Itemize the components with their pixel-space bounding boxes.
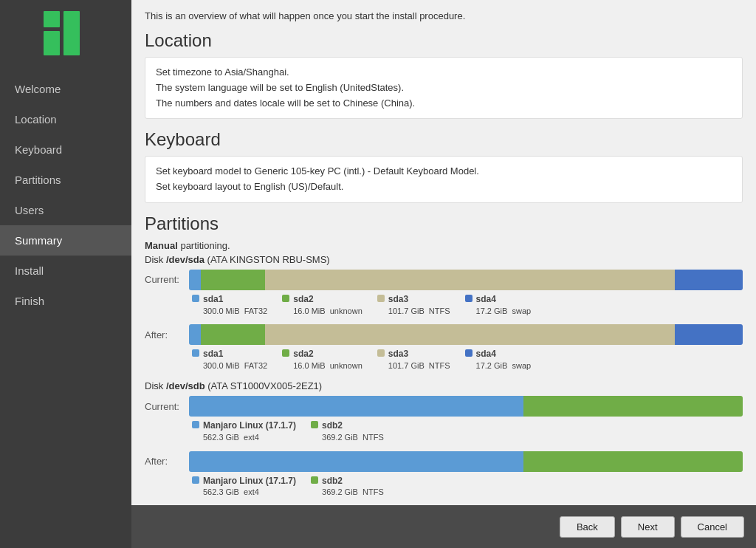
sda3-name: sda3 bbox=[388, 293, 450, 306]
disk-sdb-path: /dev/sdb bbox=[166, 380, 205, 391]
sidebar-item-location[interactable]: Location bbox=[0, 104, 131, 134]
disk-sdb-desc: (ATA ST1000VX005-2EZ1) bbox=[207, 380, 322, 391]
sda4-dot bbox=[465, 295, 472, 302]
sda1-dot bbox=[192, 295, 199, 302]
sda4-size: 17.2 GiB swap bbox=[476, 306, 532, 317]
sdb2-size: 369.2 GiB NTFS bbox=[322, 432, 384, 443]
main-panel: This is an overview of what will happen … bbox=[131, 0, 756, 548]
sdb2-dot bbox=[311, 421, 318, 428]
svg-rect-1 bbox=[44, 31, 60, 55]
sda2-after-segment bbox=[201, 324, 265, 345]
footer: Back Next Cancel bbox=[131, 505, 756, 548]
sda-after-legend: sda1 300.0 MiB FAT32 sda2 16.0 MiB unkno… bbox=[192, 348, 743, 373]
legend-sdb2: sdb2 369.2 GiB NTFS bbox=[311, 419, 384, 443]
logo bbox=[0, 0, 131, 66]
location-info-box: Set timezone to Asia/Shanghai. The syste… bbox=[145, 57, 743, 119]
sda4-current-segment bbox=[675, 270, 743, 290]
sdb-current-row: Current: bbox=[145, 396, 743, 417]
sda-after-row: After: bbox=[145, 324, 743, 345]
legend-sda2: sda2 16.0 MiB unknown bbox=[282, 293, 362, 317]
sidebar-item-partitions[interactable]: Partitions bbox=[0, 165, 131, 195]
sda2-name: sda2 bbox=[293, 293, 362, 306]
sda2-current-segment bbox=[201, 270, 265, 290]
sdb2-name: sdb2 bbox=[322, 419, 384, 432]
keyboard-info-box: Set keyboard model to Generic 105-key PC… bbox=[145, 156, 743, 203]
sda-current-legend: sda1 300.0 MiB FAT32 sda2 16.0 MiB unkno… bbox=[192, 293, 743, 318]
sda4-after-name: sda4 bbox=[476, 348, 532, 360]
legend-sda1: sda1 300.0 MiB FAT32 bbox=[192, 293, 267, 317]
legend-sdb2-after: sdb2 369.2 GiB NTFS bbox=[311, 475, 384, 499]
sdb2-after-name: sdb2 bbox=[322, 475, 384, 487]
sda-after-label: After: bbox=[145, 329, 189, 340]
sda3-after-dot bbox=[377, 349, 385, 357]
sda2-after-size: 16.0 MiB unknown bbox=[293, 360, 362, 371]
legend-sda3: sda3 101.7 GiB NTFS bbox=[377, 293, 450, 317]
cancel-button[interactable]: Cancel bbox=[681, 516, 744, 538]
back-button[interactable]: Back bbox=[560, 516, 615, 538]
sidebar-nav: Welcome Location Keyboard Partitions Use… bbox=[0, 74, 131, 316]
location-line1: Set timezone to Asia/Shanghai. bbox=[156, 65, 732, 81]
keyboard-line1: Set keyboard model to Generic 105-key PC… bbox=[156, 164, 732, 179]
sda1-after-dot bbox=[192, 349, 199, 357]
sdb-after-bar bbox=[189, 451, 743, 472]
sda4-after-size: 17.2 GiB swap bbox=[476, 360, 532, 371]
sdb-after-row: After: bbox=[145, 451, 743, 472]
sda4-name: sda4 bbox=[476, 293, 532, 306]
sidebar-item-welcome[interactable]: Welcome bbox=[0, 74, 131, 104]
sidebar-item-finish[interactable]: Finish bbox=[0, 286, 131, 316]
content-area: This is an overview of what will happen … bbox=[131, 0, 756, 505]
sda3-after-name: sda3 bbox=[388, 348, 450, 360]
location-line2: The system language will be set to Engli… bbox=[156, 81, 732, 96]
sda-after-bar bbox=[189, 324, 743, 345]
sidebar-item-keyboard[interactable]: Keyboard bbox=[0, 134, 131, 165]
sdb2-current-segment bbox=[523, 396, 743, 417]
sda1-current-segment bbox=[189, 270, 201, 290]
sda-current-bar bbox=[189, 270, 743, 290]
sdb2-after-size: 369.2 GiB NTFS bbox=[322, 487, 384, 498]
svg-rect-0 bbox=[44, 11, 60, 27]
sdb1-after-size: 562.3 GiB ext4 bbox=[203, 487, 296, 498]
sdb1-after-name: Manjaro Linux (17.1.7) bbox=[203, 475, 296, 487]
partitions-method-suffix: partitioning. bbox=[178, 240, 230, 251]
svg-rect-2 bbox=[63, 11, 80, 55]
manjaro-logo-icon bbox=[40, 7, 92, 59]
legend-sda3-after: sda3 101.7 GiB NTFS bbox=[377, 348, 450, 371]
keyboard-line2: Set keyboard layout to English (US)/Defa… bbox=[156, 179, 732, 195]
sdb1-name: Manjaro Linux (17.1.7) bbox=[203, 419, 296, 432]
disk-sda-label: Disk /dev/sda (ATA KINGSTON RBU-SMS) bbox=[145, 254, 743, 265]
sdb-current-bar bbox=[189, 396, 743, 417]
sdb-after-legend: Manjaro Linux (17.1.7) 562.3 GiB ext4 sd… bbox=[192, 475, 743, 500]
sda1-size: 300.0 MiB FAT32 bbox=[203, 306, 267, 317]
sda2-dot bbox=[282, 295, 289, 302]
legend-sdb1-after: Manjaro Linux (17.1.7) 562.3 GiB ext4 bbox=[192, 475, 296, 499]
next-button[interactable]: Next bbox=[621, 516, 675, 538]
sdb1-size: 562.3 GiB ext4 bbox=[203, 432, 296, 443]
location-title: Location bbox=[145, 30, 743, 51]
partitions-method: Manual partitioning. bbox=[145, 240, 743, 251]
partitions-method-label: Manual bbox=[145, 240, 178, 251]
sda-current-label: Current: bbox=[145, 274, 189, 285]
sdb1-after-segment bbox=[189, 451, 523, 472]
sidebar-item-summary[interactable]: Summary bbox=[0, 225, 131, 256]
legend-sda4-after: sda4 17.2 GiB swap bbox=[465, 348, 532, 371]
sda1-name: sda1 bbox=[203, 293, 267, 306]
sdb-after-label: After: bbox=[145, 456, 189, 467]
sda2-size: 16.0 MiB unknown bbox=[293, 306, 362, 317]
sidebar-item-users[interactable]: Users bbox=[0, 195, 131, 225]
intro-text: This is an overview of what will happen … bbox=[145, 10, 743, 21]
sda4-after-dot bbox=[465, 349, 472, 357]
sdb-current-label: Current: bbox=[145, 401, 189, 412]
sda3-current-segment bbox=[265, 270, 674, 290]
legend-sdb1: Manjaro Linux (17.1.7) 562.3 GiB ext4 bbox=[192, 419, 296, 443]
sda3-size: 101.7 GiB NTFS bbox=[388, 306, 450, 317]
partitions-title: Partitions bbox=[145, 213, 743, 234]
disk-sda-desc: (ATA KINGSTON RBU-SMS) bbox=[207, 254, 330, 265]
sda2-after-name: sda2 bbox=[293, 348, 362, 360]
sda1-after-name: sda1 bbox=[203, 348, 267, 360]
disk-sdb-label: Disk /dev/sdb (ATA ST1000VX005-2EZ1) bbox=[145, 380, 743, 391]
disk-sda-path: /dev/sda bbox=[166, 254, 205, 265]
sidebar: Welcome Location Keyboard Partitions Use… bbox=[0, 0, 131, 548]
legend-sda1-after: sda1 300.0 MiB FAT32 bbox=[192, 348, 267, 371]
sda-current-row: Current: bbox=[145, 270, 743, 290]
sidebar-item-install[interactable]: Install bbox=[0, 256, 131, 286]
